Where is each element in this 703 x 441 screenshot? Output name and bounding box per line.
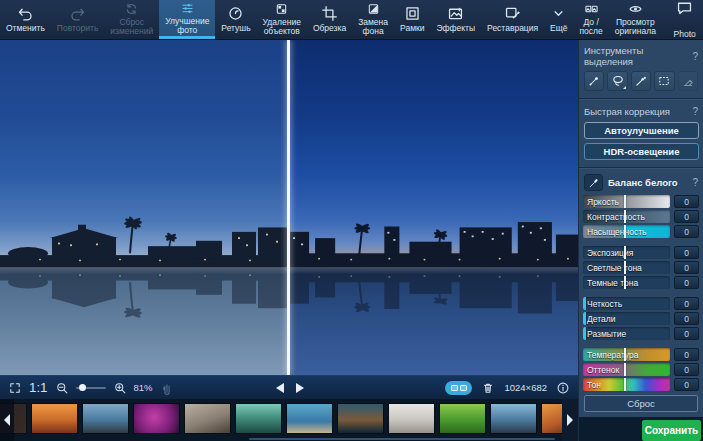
tab-retouch[interactable]: Ретушь (215, 0, 256, 39)
auto-enhance-button[interactable]: Автоулучшение (584, 122, 699, 139)
photo-editor-window: Отменить Повторить Сброс изменений Улучш… (0, 0, 703, 441)
slider-thumb[interactable] (583, 327, 586, 340)
help-quick-correction-button[interactable]: ? (692, 106, 698, 117)
hue-track[interactable]: Тон (583, 378, 670, 391)
slider-thumb[interactable] (624, 246, 626, 259)
brush-icon (587, 74, 601, 88)
info-button[interactable] (556, 381, 570, 395)
skyline-after (289, 214, 578, 268)
tint-track[interactable]: Оттенок (583, 363, 670, 376)
exposure-value[interactable]: 0 (674, 246, 699, 259)
zoom-in-button[interactable] (113, 381, 127, 395)
blur-track[interactable]: Размытие (583, 327, 670, 340)
thumbnail[interactable] (235, 403, 282, 434)
filmstrip-scrollbar[interactable] (249, 438, 555, 440)
slider-thumb[interactable] (624, 210, 626, 223)
thumbnail[interactable] (184, 403, 231, 434)
contrast-track[interactable]: Контрастность (583, 210, 670, 223)
image-canvas[interactable] (0, 40, 578, 375)
tab-more[interactable]: Ещё (544, 0, 573, 39)
white-balance-pipette-button[interactable] (584, 174, 603, 191)
thumbnail[interactable] (82, 403, 129, 434)
tab-crop[interactable]: Обрезка (307, 0, 352, 39)
before-after-icon (583, 2, 600, 16)
slider-thumb[interactable] (624, 348, 626, 361)
slider-thumb[interactable] (583, 312, 586, 325)
help-selection-tools-button[interactable]: ? (692, 51, 698, 62)
filmstrip-scroll-right-button[interactable] (562, 399, 578, 441)
previous-photo-button[interactable] (276, 383, 284, 393)
reset-changes-button[interactable]: Сброс изменений (104, 0, 159, 39)
thumbnail[interactable] (31, 403, 78, 434)
brightness-value[interactable]: 0 (674, 195, 699, 208)
save-button[interactable]: Сохранить (642, 420, 701, 441)
trash-icon (481, 381, 495, 395)
tab-restoration[interactable]: Реставрация (481, 0, 544, 39)
magic-wand-tool[interactable] (631, 71, 651, 91)
contrast-value[interactable]: 0 (674, 210, 699, 223)
filmstrip (0, 399, 578, 441)
hand-tool-button[interactable] (160, 381, 174, 395)
clarity-track[interactable]: Четкость (583, 297, 670, 310)
reset-button[interactable]: Сброс (584, 395, 698, 412)
reflection-before (0, 268, 289, 322)
marquee-selection-tool[interactable] (654, 71, 674, 91)
filmstrip-scroll-left-button[interactable] (0, 399, 14, 441)
compare-view-toggle[interactable] (445, 381, 472, 395)
highlights-value[interactable]: 0 (674, 261, 699, 274)
tab-replace-background[interactable]: Замена фона (352, 0, 394, 39)
fit-to-screen-button[interactable] (8, 381, 22, 395)
slider-thumb[interactable] (624, 195, 626, 208)
thumbnail[interactable] (133, 403, 180, 434)
slider-thumb[interactable] (624, 225, 626, 238)
details-track[interactable]: Детали (583, 312, 670, 325)
thumbnail[interactable] (388, 403, 435, 434)
next-photo-button[interactable] (296, 383, 304, 393)
details-value[interactable]: 0 (674, 312, 699, 325)
saturation-value[interactable]: 0 (674, 225, 699, 238)
slider-highlights: Светлые тона 0 (579, 260, 703, 275)
temperature-track[interactable]: Температура (583, 348, 670, 361)
selection-eraser-tool[interactable] (678, 71, 698, 91)
brightness-track[interactable]: Яркость (583, 195, 670, 208)
thumbnail[interactable] (439, 403, 486, 434)
shadows-track[interactable]: Темные тона (583, 276, 670, 289)
lasso-tool[interactable] (607, 71, 627, 91)
before-after-divider[interactable] (287, 40, 290, 375)
temperature-value[interactable]: 0 (674, 348, 699, 361)
delete-photo-button[interactable] (481, 381, 495, 395)
slider-thumb[interactable] (583, 297, 586, 310)
photo-manager-button[interactable]: New Photo Manager (662, 0, 703, 39)
tint-value[interactable]: 0 (674, 363, 699, 376)
clarity-value[interactable]: 0 (674, 297, 699, 310)
chevron-right-icon (567, 414, 573, 426)
tab-effects[interactable]: Эффекты (430, 0, 481, 39)
shadows-value[interactable]: 0 (674, 276, 699, 289)
zoom-slider-knob[interactable] (79, 384, 86, 391)
blur-value[interactable]: 0 (674, 327, 699, 340)
exposure-track[interactable]: Экспозиция (583, 246, 670, 259)
slider-thumb[interactable] (624, 261, 626, 274)
actual-size-button[interactable]: 1:1 (29, 380, 48, 395)
slider-thumb[interactable] (624, 276, 626, 289)
redo-button[interactable]: Повторить (51, 0, 105, 39)
saturation-track[interactable]: Насыщенность (583, 225, 670, 238)
hue-value[interactable]: 0 (674, 378, 699, 391)
hdr-lighting-button[interactable]: HDR-освещение (584, 143, 699, 160)
selection-brush-tool[interactable] (584, 71, 604, 91)
thumbnail[interactable] (490, 403, 537, 434)
tab-remove-objects[interactable]: Удаление объектов (257, 0, 307, 39)
slider-thumb[interactable] (624, 363, 626, 376)
help-white-balance-button[interactable]: ? (692, 177, 698, 188)
slider-thumb[interactable] (624, 378, 626, 391)
tab-frames[interactable]: Рамки (394, 0, 430, 39)
thumbnail[interactable] (337, 403, 384, 434)
undo-button[interactable]: Отменить (0, 0, 51, 39)
before-after-button[interactable]: До / после (573, 0, 608, 39)
zoom-slider[interactable] (76, 387, 106, 389)
thumbnail[interactable] (286, 403, 333, 434)
tab-enhance-photo[interactable]: Улучшение фото (159, 0, 215, 39)
highlights-track[interactable]: Светлые тона (583, 261, 670, 274)
view-original-button[interactable]: Просмотр оригинала (609, 0, 662, 39)
zoom-out-button[interactable] (55, 381, 69, 395)
